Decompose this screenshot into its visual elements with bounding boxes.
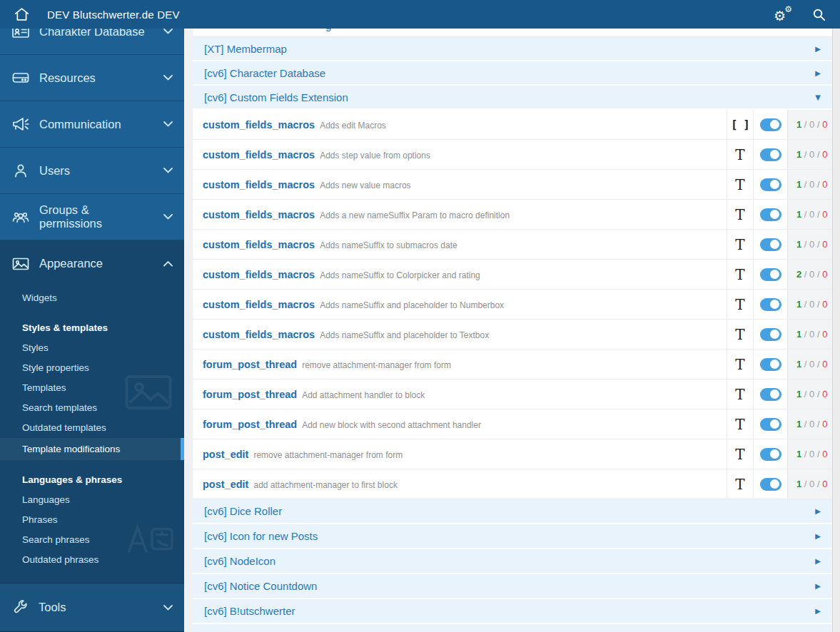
- enable-toggle[interactable]: [760, 238, 781, 251]
- count-error: 0: [822, 269, 827, 280]
- template-name-link[interactable]: post_edit: [203, 449, 248, 460]
- count-neutral: 0: [809, 179, 814, 190]
- toggle-knob: [770, 270, 779, 279]
- modification-group-row[interactable]: [cv6] B!utschwerter ▶: [193, 599, 832, 624]
- template-modification-row: forum_post_thread Add attachment handler…: [193, 379, 832, 409]
- modification-group-row[interactable]: [cv6] Character Database ▶: [193, 61, 832, 86]
- template-name-link[interactable]: custom_fields_macros: [203, 299, 315, 310]
- modification-main-cell: custom_fields_macros Adds a new nameSuff…: [193, 209, 727, 220]
- template-name-link[interactable]: custom_fields_macros: [203, 149, 315, 160]
- template-name-link[interactable]: custom_fields_macros: [203, 209, 315, 220]
- group-label: [XT] Membermap: [204, 43, 815, 55]
- sidebar-item-charakter-database[interactable]: Charakter Database: [0, 29, 184, 55]
- toggle-cell: [753, 140, 787, 169]
- modification-group-row[interactable]: [cv6] Dice Roller ▶: [193, 499, 832, 524]
- modification-group-row[interactable]: [cv6] Custom Fields Extension ▼: [193, 86, 832, 110]
- enable-toggle[interactable]: [760, 418, 781, 431]
- modification-group-row[interactable]: [XT] Membermap ▶: [193, 37, 832, 61]
- sidebar-item-search-phrases[interactable]: Search phrases: [0, 530, 184, 550]
- modification-type-cell: T: [727, 379, 753, 409]
- count-error: 0: [822, 209, 827, 220]
- toggle-knob: [770, 419, 779, 429]
- modification-type-cell: T: [727, 140, 753, 169]
- template-name-link[interactable]: custom_fields_macros: [203, 239, 315, 250]
- archive-icon: [11, 69, 30, 86]
- modification-group-row[interactable]: [cv6] NodeIcon ▶: [193, 549, 832, 574]
- modification-type-cell: T: [727, 469, 753, 499]
- enable-toggle[interactable]: [760, 328, 781, 341]
- enable-toggle[interactable]: [760, 298, 781, 311]
- sublink-label: Templates: [22, 382, 66, 393]
- count-applied: 1: [796, 419, 801, 429]
- group-icon: [11, 208, 30, 225]
- toggle-knob: [770, 360, 779, 369]
- enable-toggle[interactable]: [760, 448, 781, 461]
- clipped-row: g: [193, 29, 832, 37]
- sidebar-item-resources[interactable]: Resources: [0, 55, 184, 101]
- count-separator: /: [801, 119, 809, 130]
- apply-counts: 1 / 0 / 0: [787, 170, 832, 199]
- enable-toggle[interactable]: [760, 178, 781, 191]
- template-name-link[interactable]: custom_fields_macros: [203, 179, 315, 190]
- enable-toggle[interactable]: [760, 268, 781, 281]
- template-name-link[interactable]: forum_post_thread: [203, 359, 297, 370]
- modification-description: Adds nameSuffix and placeholder to Textb…: [320, 330, 489, 340]
- count-separator: /: [801, 419, 809, 429]
- enable-toggle[interactable]: [760, 118, 781, 131]
- sidebar-item-outdated-templates[interactable]: Outdated templates: [0, 418, 184, 438]
- enable-toggle[interactable]: [760, 358, 781, 371]
- count-error: 0: [822, 149, 827, 160]
- chevron-up-icon: [163, 261, 173, 267]
- modification-type-cell: T: [727, 170, 753, 199]
- toggle-knob: [770, 180, 779, 189]
- toggle-knob: [770, 449, 779, 459]
- sidebar-item-style-properties[interactable]: Style properties: [0, 358, 184, 378]
- toggle-knob: [770, 240, 779, 249]
- sidebar-item-tools[interactable]: Tools: [0, 583, 184, 632]
- modification-main-cell: custom_fields_macros Adds edit Macros: [193, 119, 727, 131]
- sidebar-item-appearance[interactable]: Appearance: [0, 240, 184, 287]
- template-name-link[interactable]: post_edit: [203, 479, 248, 490]
- sidebar-item-outdated-phrases[interactable]: Outdated phrases: [0, 550, 184, 570]
- count-separator: /: [801, 299, 809, 310]
- search-icon[interactable]: [812, 8, 826, 21]
- template-name-link[interactable]: custom_fields_macros: [203, 329, 315, 340]
- modification-type-icon: T: [735, 476, 744, 493]
- sidebar-item-users[interactable]: Users: [0, 148, 184, 194]
- template-name-link[interactable]: custom_fields_macros: [203, 119, 315, 131]
- sidebar-item-communication[interactable]: Communication: [0, 101, 184, 148]
- sidebar-item-templates[interactable]: Templates: [0, 378, 184, 398]
- scrollbar[interactable]: [832, 29, 840, 632]
- home-button[interactable]: [14, 7, 29, 21]
- sidebar-item-label: Resources: [39, 71, 154, 85]
- modification-type-icon: T: [735, 176, 744, 193]
- count-neutral: 0: [809, 479, 814, 489]
- sidebar-item-template-modifications[interactable]: Template modifications: [0, 438, 184, 460]
- sidebar-item-languages[interactable]: Languages: [0, 490, 184, 510]
- modification-rows: custom_fields_macros Adds edit Macros [ …: [193, 110, 832, 499]
- template-name-link[interactable]: forum_post_thread: [203, 389, 297, 400]
- enable-toggle[interactable]: [760, 208, 781, 221]
- template-name-link[interactable]: forum_post_thread: [203, 419, 297, 430]
- sidebar-item-groups-permissions[interactable]: Groups & permissions: [0, 194, 184, 240]
- enable-toggle[interactable]: [760, 148, 781, 161]
- modification-description: remove attachment-manager from form: [302, 360, 451, 370]
- modification-group-row[interactable]: [cv6] Icon for new Posts ▶: [193, 524, 832, 549]
- sidebar-item-styles[interactable]: Styles: [0, 338, 184, 358]
- modification-type-cell: T: [727, 320, 753, 349]
- count-error: 0: [822, 449, 827, 459]
- modification-main-cell: custom_fields_macros Adds nameSuffix to …: [193, 269, 727, 280]
- enable-toggle[interactable]: [760, 478, 781, 491]
- sidebar-item-search-templates[interactable]: Search templates: [0, 398, 184, 418]
- template-name-link[interactable]: custom_fields_macros: [203, 269, 315, 280]
- modification-description: Adds nameSuffix to submacros date: [320, 240, 457, 250]
- apply-counts: 1 / 0 / 0: [787, 320, 832, 349]
- modification-type-cell: T: [727, 290, 753, 319]
- sidebar-item-widgets[interactable]: Widgets: [0, 288, 184, 308]
- addons-button[interactable]: ⚙ ⚙: [774, 6, 792, 22]
- sublink-label: Styles: [22, 342, 49, 353]
- enable-toggle[interactable]: [760, 388, 781, 401]
- sidebar-item-phrases[interactable]: Phrases: [0, 510, 184, 530]
- modification-group-row[interactable]: [cv6] Notice Countdown ▶: [193, 574, 832, 599]
- group-label: [cv6] Notice Countdown: [204, 580, 815, 592]
